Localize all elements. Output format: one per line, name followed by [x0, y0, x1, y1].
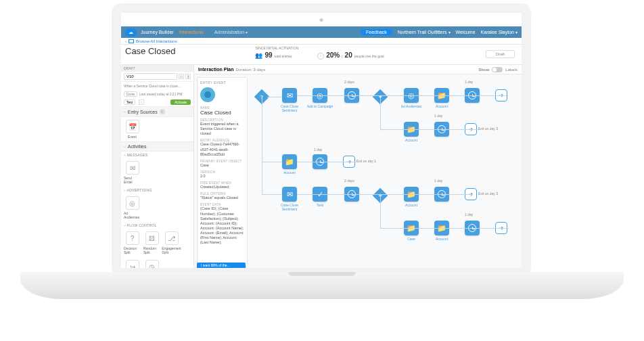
- node-label: Case Close Sentiment: [276, 104, 303, 112]
- node-email[interactable]: ✉: [282, 187, 297, 202]
- question-icon: ?: [126, 231, 139, 245]
- labels-label: Labels: [505, 68, 518, 72]
- advertising-subheader: – ADVERTISING: [121, 187, 193, 194]
- entry-event-icon[interactable]: [200, 87, 215, 102]
- laptop-base: [20, 272, 624, 299]
- chevron-down-icon: ▾: [448, 30, 451, 35]
- journey-canvas[interactable]: ENTRY EVENT NAME Case Closed DESCRIPTION…: [194, 74, 522, 268]
- tile-ad-audiences[interactable]: ◎ Ad Audiences: [124, 196, 141, 219]
- duration-label: 1 day: [434, 114, 442, 118]
- goal-pct: 20%: [326, 51, 340, 59]
- laptop-notch: [288, 272, 356, 276]
- main-canvas: Interaction Plan Duration: 3 days Show L…: [194, 65, 522, 268]
- goal-icon: ⚐: [317, 53, 324, 60]
- goal-num: 20: [345, 51, 352, 59]
- node-email[interactable]: ✉: [282, 88, 297, 103]
- node-label: Ad Audiences: [398, 104, 425, 108]
- activities-header[interactable]: – Activities: [121, 141, 193, 152]
- tile-wait[interactable]: ◷Wait: [143, 260, 160, 268]
- chevron-down-icon: ▾: [246, 30, 248, 35]
- goal-strip[interactable]: I want 80% of the…: [197, 263, 246, 268]
- node-label: Account: [428, 104, 455, 108]
- entry-audience: Case Closed-7a447f60-c537-4041-aea9-80ad…: [200, 142, 244, 156]
- org-switcher[interactable]: Northern Trail Outfitters▾: [398, 30, 451, 35]
- duration-label: 1 day: [465, 212, 473, 217]
- event-data: (Case ID); (Case Number); (Customer Sati…: [200, 206, 244, 245]
- info-icon[interactable]: i: [160, 109, 165, 114]
- done-pill: Done: [124, 91, 137, 97]
- breadcrumb: ‹ Browse All Interactions: [121, 38, 522, 45]
- entries-text: total entries: [275, 54, 292, 58]
- version-select[interactable]: V10: [124, 73, 177, 80]
- collapse-icon: –: [124, 110, 126, 114]
- grid-icon: [129, 39, 134, 43]
- entry-name: Case Closed: [200, 110, 244, 116]
- calendar-icon: 📅: [126, 120, 139, 133]
- rule-criteria: "Status" equals Closed: [200, 196, 244, 200]
- node-label: Account: [276, 170, 303, 175]
- back-icon[interactable]: ‹: [125, 39, 127, 43]
- show-label: Show: [478, 68, 489, 72]
- primary-object: Case: [200, 163, 244, 168]
- entries-count: 99: [264, 51, 272, 59]
- chevron-down-icon: ▾: [515, 30, 518, 35]
- labels-toggle[interactable]: [492, 67, 503, 72]
- node-label: Add to Campaign: [306, 104, 334, 108]
- join-icon: ↪: [126, 260, 139, 268]
- feedback-button[interactable]: Feedback: [361, 29, 392, 35]
- app-name: Journey Builder: [141, 30, 174, 35]
- branch-icon: ⎇: [165, 231, 179, 245]
- node-label: Case Close Sentiment: [276, 203, 303, 211]
- status-button[interactable]: Draft: [486, 50, 515, 58]
- tile-join[interactable]: ↪Join: [124, 260, 141, 268]
- titlebar: Case Closed SINCE INITIAL ACTIVATION 👥 9…: [121, 45, 522, 65]
- envelope-icon: ✉: [126, 161, 139, 175]
- collapse-icon: –: [124, 145, 126, 149]
- salesforce-cloud-icon: ☁: [125, 28, 137, 37]
- tile-send-email[interactable]: ✉ Send Email: [124, 161, 141, 184]
- journey-note: When a Service Cloud case is close…: [121, 82, 193, 90]
- tile-decision-split[interactable]: ?Decision Split: [124, 231, 141, 254]
- nav-interactions[interactable]: Interactions: [179, 30, 204, 35]
- node-label: Account: [428, 237, 455, 241]
- goal-text: people met the goal: [354, 54, 384, 58]
- app-screen: ☁ Journey Builder Interactions Administr…: [121, 26, 522, 268]
- tile-random-split[interactable]: ⚄Random Split: [143, 231, 160, 254]
- topbar: ☁ Journey Builder Interactions Administr…: [121, 26, 522, 38]
- node-label: Account: [398, 138, 425, 142]
- plan-title: Interaction Plan: [198, 67, 234, 72]
- user-menu[interactable]: Karalee Slayton▾: [481, 30, 518, 35]
- info-icon[interactable]: i: [139, 99, 144, 105]
- node-label: Task: [306, 203, 334, 207]
- duration-label: 1 day: [314, 147, 322, 152]
- target-icon: ◎: [126, 196, 139, 210]
- trash-icon[interactable]: 🗑: [185, 74, 191, 79]
- fire-when: Created;Updated;: [200, 185, 244, 189]
- tile-event[interactable]: 📅 Event: [124, 120, 141, 139]
- activate-button[interactable]: Activate: [170, 99, 191, 105]
- left-panel: DRAFT V10 ⧉ 🗑 When a Service Cloud case …: [121, 65, 194, 268]
- test-button[interactable]: Test: [124, 99, 135, 105]
- flow-control-subheader: – FLOW CONTROL: [121, 222, 193, 229]
- copy-icon[interactable]: ⧉: [179, 74, 184, 79]
- entry-version: 2.0: [200, 174, 244, 179]
- duration-label: 2 days: [344, 179, 354, 183]
- since-label: SINCE INITIAL ACTIVATION: [255, 46, 298, 50]
- entry-event-panel: ENTRY EVENT NAME Case Closed DESCRIPTION…: [197, 77, 248, 267]
- nav-administration[interactable]: Administration▾: [214, 30, 248, 35]
- messages-subheader: – MESSAGES: [121, 152, 193, 158]
- tile-engagement-split[interactable]: ⎇Engagement Split: [163, 231, 180, 254]
- last-saved: Last saved today at 2:21 PM: [139, 92, 182, 96]
- entry-description: Event triggered when a Service Cloud cas…: [200, 122, 244, 136]
- browse-all-link[interactable]: Browse All Interactions: [136, 39, 177, 43]
- draft-header: DRAFT: [121, 65, 193, 72]
- page-title: Case Closed: [125, 46, 175, 56]
- node-label: Case: [398, 237, 425, 241]
- node-label: Account: [398, 203, 425, 207]
- node-account[interactable]: 📁: [282, 154, 297, 169]
- duration-label: 2 days: [344, 80, 354, 84]
- people-icon: 👥: [255, 52, 262, 59]
- exit-label: Exit on day 3: [478, 127, 498, 131]
- entry-sources-header[interactable]: – Entry Sources i: [121, 106, 193, 117]
- clock-icon: ◷: [145, 260, 159, 268]
